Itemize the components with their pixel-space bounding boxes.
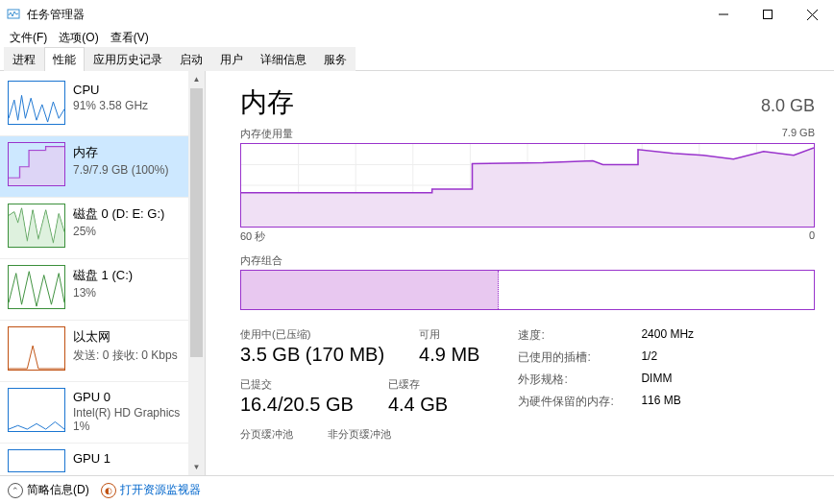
comp-available	[499, 271, 814, 309]
svg-marker-5	[9, 147, 64, 185]
sidebar-gpu0[interactable]: GPU 0Intel(R) HD Graphics 1%	[0, 382, 188, 444]
sidebar-eth-name: 以太网	[73, 328, 178, 346]
sidebar-gpu1-name: GPU 1	[73, 451, 110, 466]
speed-k: 速度:	[518, 327, 624, 344]
sidebar-disk1-name: 磁盘 1 (C:)	[73, 267, 133, 284]
scroll-down-icon[interactable]: ▼	[188, 459, 205, 475]
footer: ⌃ 简略信息(D) ◐ 打开资源监视器	[0, 475, 834, 504]
sidebar-cpu[interactable]: CPU91% 3.58 GHz	[0, 75, 188, 136]
sidebar-disk1-val: 13%	[73, 286, 133, 300]
titlebar: 任务管理器	[0, 0, 834, 29]
sidebar-ethernet[interactable]: 以太网发送: 0 接收: 0 Kbps	[0, 321, 188, 382]
sidebar-gpu1[interactable]: GPU 1	[0, 444, 188, 475]
close-button[interactable]	[790, 0, 834, 29]
usage-chart-label: 内存使用量	[240, 127, 293, 141]
sidebar-eth-val: 发送: 0 接收: 0 Kbps	[73, 348, 178, 364]
tab-startup[interactable]: 启动	[171, 47, 211, 71]
menubar: 文件(F) 选项(O) 查看(V)	[0, 29, 834, 48]
slots-k: 已使用的插槽:	[518, 349, 624, 366]
tab-performance[interactable]: 性能	[44, 47, 85, 71]
in-use-value: 3.5 GB (170 MB)	[240, 344, 384, 366]
form-v: DIMM	[641, 372, 672, 388]
sidebar-disk0-val: 25%	[73, 225, 164, 238]
avail-value: 4.9 MB	[419, 344, 479, 366]
avail-label: 可用	[419, 327, 479, 342]
sidebar-memory-name: 内存	[73, 144, 168, 161]
maximize-button[interactable]	[746, 0, 790, 29]
sidebar-scrollbar[interactable]: ▲ ▼	[188, 71, 205, 475]
menu-view[interactable]: 查看(V)	[105, 28, 155, 48]
main-panel: 内存 8.0 GB 内存使用量 7.9 GB 60 秒 0 内存组合	[206, 71, 834, 475]
sidebar-disk0[interactable]: 磁盘 0 (D: E: G:)25%	[0, 198, 188, 259]
open-resmon-link[interactable]: ◐ 打开资源监视器	[101, 482, 201, 498]
sidebar-cpu-val: 91% 3.58 GHz	[73, 99, 148, 112]
resmon-icon: ◐	[101, 483, 116, 498]
commit-label: 已提交	[240, 377, 354, 392]
sidebar-disk0-name: 磁盘 0 (D: E: G:)	[73, 205, 164, 223]
memory-thumb-chart	[8, 142, 65, 186]
menu-file[interactable]: 文件(F)	[4, 28, 53, 48]
comp-in-use	[241, 271, 499, 309]
fewer-details-button[interactable]: ⌃ 简略信息(D)	[8, 482, 89, 498]
x-axis-right: 0	[809, 229, 815, 244]
sidebar: CPU91% 3.58 GHz 内存7.9/7.9 GB (100%) 磁盘 0…	[0, 71, 188, 475]
sidebar-cpu-name: CPU	[73, 83, 148, 97]
menu-options[interactable]: 选项(O)	[53, 28, 104, 48]
speed-v: 2400 MHz	[641, 327, 694, 344]
x-axis-left: 60 秒	[240, 229, 265, 244]
content: CPU91% 3.58 GHz 内存7.9/7.9 GB (100%) 磁盘 0…	[0, 71, 834, 475]
tab-processes[interactable]: 进程	[4, 47, 44, 71]
page-title: 内存	[240, 84, 294, 121]
sidebar-memory[interactable]: 内存7.9/7.9 GB (100%)	[0, 136, 188, 198]
gpu1-thumb-chart	[8, 449, 65, 472]
tabbar: 进程 性能 应用历史记录 启动 用户 详细信息 服务	[0, 48, 834, 71]
stats: 使用中(已压缩) 3.5 GB (170 MB) 可用 4.9 MB 已提交 1…	[240, 327, 815, 442]
memory-usage-chart[interactable]	[240, 143, 815, 228]
tab-services[interactable]: 服务	[315, 47, 356, 71]
disk1-thumb-chart	[8, 265, 65, 309]
cached-label: 已缓存	[388, 377, 448, 392]
gpu0-thumb-chart	[8, 388, 65, 432]
sidebar-memory-val: 7.9/7.9 GB (100%)	[73, 163, 168, 177]
app-icon	[6, 7, 21, 22]
cached-value: 4.4 GB	[388, 394, 448, 416]
comp-label: 内存组合	[240, 253, 282, 268]
chevron-up-icon: ⌃	[8, 483, 23, 498]
tab-users[interactable]: 用户	[211, 47, 252, 71]
slots-v: 1/2	[641, 349, 657, 366]
minimize-button[interactable]	[701, 0, 746, 29]
usage-chart-max: 7.9 GB	[782, 127, 815, 141]
reserved-k: 为硬件保留的内存:	[518, 394, 624, 410]
ethernet-thumb-chart	[8, 326, 65, 371]
svg-rect-2	[764, 11, 773, 19]
capacity-label: 8.0 GB	[761, 96, 815, 116]
memory-composition-chart[interactable]	[240, 270, 815, 310]
in-use-label: 使用中(已压缩)	[240, 327, 384, 342]
window-title: 任务管理器	[27, 7, 85, 23]
sidebar-gpu0-name: GPU 0	[73, 390, 180, 404]
disk0-thumb-chart	[8, 204, 65, 248]
nonpaged-label: 非分页缓冲池	[328, 427, 391, 442]
scroll-up-icon[interactable]: ▲	[188, 71, 205, 87]
tab-details[interactable]: 详细信息	[252, 47, 315, 71]
sidebar-gpu0-val: Intel(R) HD Graphics 1%	[73, 406, 180, 433]
reserved-v: 116 MB	[641, 394, 680, 410]
scrollbar-thumb[interactable]	[190, 88, 203, 357]
sidebar-disk1[interactable]: 磁盘 1 (C:)13%	[0, 259, 188, 321]
tab-app-history[interactable]: 应用历史记录	[85, 47, 171, 71]
form-k: 外形规格:	[518, 372, 624, 388]
paged-label: 分页缓冲池	[240, 427, 293, 442]
cpu-thumb-chart	[8, 81, 65, 125]
commit-value: 16.4/20.5 GB	[240, 394, 354, 416]
